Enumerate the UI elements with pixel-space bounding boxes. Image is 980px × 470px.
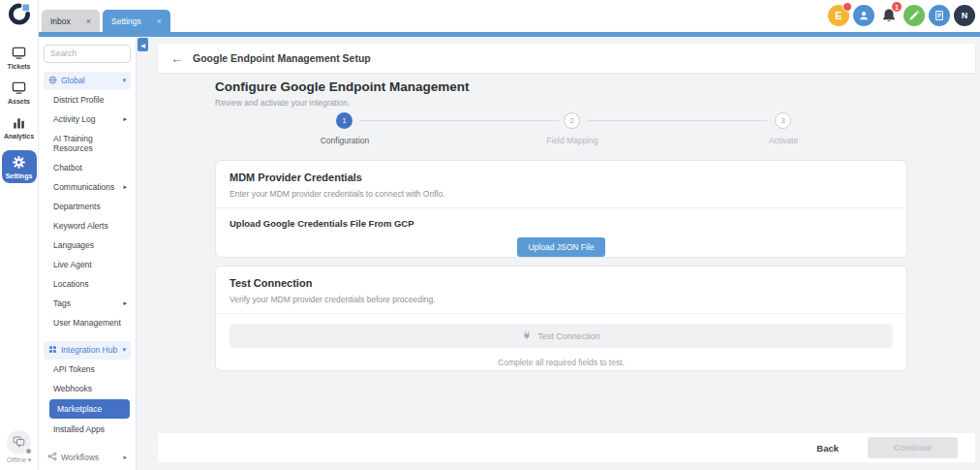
sidebar-item-locations[interactable]: Locations xyxy=(44,274,131,294)
test-connection-card: Test Connection Verify your MDM provider… xyxy=(215,266,907,371)
chevron-down-icon: ▾ xyxy=(122,346,126,354)
step-connector xyxy=(360,120,559,121)
monitor-icon xyxy=(12,80,26,96)
rail-item-label: Assets xyxy=(8,98,30,105)
wizard-footer: Back Continue xyxy=(158,433,975,462)
test-connection-button[interactable]: Test Connection xyxy=(230,324,893,348)
rail-item-analytics[interactable]: Analytics xyxy=(2,115,37,140)
close-icon[interactable]: × xyxy=(86,16,91,26)
step-2-circle[interactable]: 2 xyxy=(564,112,580,129)
rail-item-label: Tickets xyxy=(8,63,31,70)
sidebar-item-departments[interactable]: Departments xyxy=(44,197,131,216)
test-hint-text: Complete all required fields to test. xyxy=(230,358,893,367)
chat-bubble-icon xyxy=(13,434,25,452)
collapse-sidebar-button[interactable]: ◀ xyxy=(138,38,148,51)
chevron-right-icon: ▸ xyxy=(123,454,127,461)
chevron-right-icon: ▸ xyxy=(123,299,127,307)
card-body: Upload Google Credentials File From GCP … xyxy=(216,208,906,266)
sidebar-item-district-profile[interactable]: District Profile xyxy=(44,90,131,110)
settings-sidebar: Global ▾ District Profile Activity Log▸ … xyxy=(39,37,137,470)
sidebar-item-keyword-alerts[interactable]: Keyword Alerts xyxy=(44,216,131,235)
sidebar-item-chatbot[interactable]: Chatbot xyxy=(44,158,131,177)
chevron-down-icon: ▾ xyxy=(122,77,126,84)
step-2-label: Field Mapping xyxy=(546,136,597,145)
icon-rail: Tickets Assets Analytics Settings Offlin… xyxy=(0,0,39,470)
continue-button[interactable]: Continue xyxy=(868,437,958,458)
card-title: Test Connection xyxy=(230,277,893,289)
offline-status-toggle[interactable]: Offline ▾ xyxy=(7,456,32,464)
close-icon[interactable]: × xyxy=(157,16,162,26)
step-1-label: Configuration xyxy=(321,136,370,145)
main-content: ◀ ← Google Endpoint Management Setup Con… xyxy=(137,37,980,470)
tab-label: Inbox xyxy=(50,16,71,26)
card-header: MDM Provider Credentials Enter your MDM … xyxy=(216,161,906,207)
chevron-right-icon: ▸ xyxy=(123,115,127,123)
card-body: Test Connection Complete all required fi… xyxy=(216,314,906,377)
feedback-icon[interactable] xyxy=(929,5,950,26)
workspace-tabs: Inbox × Settings × xyxy=(42,10,170,32)
sidebar-item-languages[interactable]: Languages xyxy=(44,235,131,255)
sidebar-item-installed-apps[interactable]: Installed Apps xyxy=(44,420,131,439)
sidebar-item-live-agent[interactable]: Live Agent xyxy=(44,255,131,274)
active-tab-strip xyxy=(39,32,980,37)
setup-subheading: Review and activate your integration. xyxy=(215,98,350,108)
sidebar-item-marketplace[interactable]: Marketplace xyxy=(49,399,130,419)
rail-item-tickets[interactable]: Tickets xyxy=(2,46,37,70)
collapse-arrow-icon: ◀ xyxy=(140,42,145,48)
offline-status-dot xyxy=(25,448,32,454)
integration-hub-icon xyxy=(48,345,57,356)
upload-json-button[interactable]: Upload JSON File xyxy=(517,237,604,257)
sidebar-section-integration-hub[interactable]: Integration Hub ▾ xyxy=(44,341,131,360)
card-description: Verify your MDM provider credentials bef… xyxy=(230,295,893,304)
sidebar-item-ai-training-resources[interactable]: AI Training Resources xyxy=(44,129,131,158)
bar-chart-icon xyxy=(12,115,26,131)
sidebar-item-tags[interactable]: Tags▸ xyxy=(44,294,131,313)
sidebar-section-global[interactable]: Global ▾ xyxy=(44,72,131,90)
sidebar-section-workflows[interactable]: Workflows ▸ xyxy=(44,450,131,465)
chat-status-button[interactable] xyxy=(7,430,31,454)
compose-edit-icon[interactable] xyxy=(903,5,925,26)
search-input[interactable] xyxy=(44,45,131,63)
setup-heading: Configure Google Endpoint Management xyxy=(215,79,470,94)
tab-settings[interactable]: Settings × xyxy=(103,10,170,32)
user-avatar[interactable]: N xyxy=(954,5,975,26)
rail-item-label: Analytics xyxy=(4,133,34,140)
points-icon[interactable]: E xyxy=(828,5,849,26)
card-description: Enter your MDM provider credentials to c… xyxy=(230,189,893,199)
setup-stepper: 1 2 3 Configuration Field Mapping Activa… xyxy=(215,112,907,149)
sidebar-item-communications[interactable]: Communications▸ xyxy=(44,177,131,197)
step-1-circle[interactable]: 1 xyxy=(336,112,352,129)
sidebar-item-user-management[interactable]: User Management xyxy=(44,313,131,332)
upload-credentials-label: Upload Google Credentials File From GCP xyxy=(230,218,893,229)
page-header: ← Google Endpoint Management Setup xyxy=(158,44,975,73)
step-3-circle[interactable]: 3 xyxy=(775,112,791,129)
globe-icon xyxy=(48,76,57,86)
notifications-bell-icon[interactable]: 1 xyxy=(878,5,900,26)
back-button[interactable]: Back xyxy=(811,442,844,454)
points-badge xyxy=(842,2,852,12)
support-agent-icon[interactable] xyxy=(853,5,874,26)
workflows-icon xyxy=(47,452,57,463)
top-bar: Inbox × Settings × E 1 xyxy=(39,0,980,32)
step-connector xyxy=(588,120,767,121)
chevron-right-icon: ▸ xyxy=(123,183,127,191)
rail-item-assets[interactable]: Assets xyxy=(2,80,37,105)
chevron-down-icon: ▾ xyxy=(28,456,32,463)
agent-status: Offline ▾ xyxy=(7,430,32,464)
tab-inbox[interactable]: Inbox × xyxy=(42,10,100,32)
onflo-logo-icon xyxy=(7,3,32,29)
mdm-credentials-card: MDM Provider Credentials Enter your MDM … xyxy=(215,160,907,258)
step-3-label: Activate xyxy=(769,136,798,145)
gear-icon xyxy=(12,155,26,171)
rail-item-label: Settings xyxy=(6,172,33,179)
card-header: Test Connection Verify your MDM provider… xyxy=(216,266,906,313)
plug-icon xyxy=(522,330,532,342)
card-title: MDM Provider Credentials xyxy=(230,172,893,183)
notification-badge: 1 xyxy=(892,2,902,12)
sidebar-item-activity-log[interactable]: Activity Log▸ xyxy=(44,110,131,129)
rail-item-settings[interactable]: Settings xyxy=(2,150,37,183)
sidebar-item-api-tokens[interactable]: API Tokens xyxy=(44,360,131,379)
sidebar-item-webhooks[interactable]: Webhooks xyxy=(44,379,131,398)
back-arrow-icon[interactable]: ← xyxy=(170,52,183,65)
topbar-actions: E 1 N xyxy=(828,5,975,26)
